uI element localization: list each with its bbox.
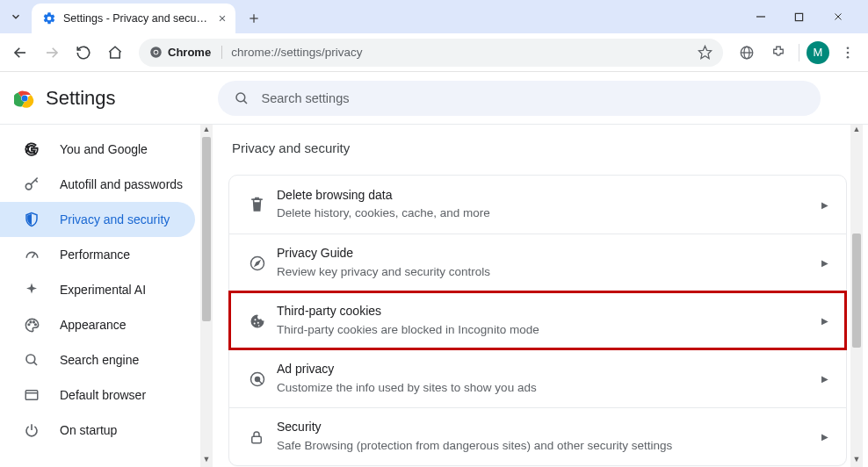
- privacy-card: Delete browsing data Delete history, coo…: [228, 175, 847, 466]
- sidebar-item-label: Appearance: [60, 318, 127, 332]
- svg-point-30: [34, 323, 36, 325]
- scroll-down-icon: ▼: [203, 455, 211, 467]
- chevron-right-icon: ▶: [821, 316, 828, 326]
- google-g-icon: [23, 141, 40, 157]
- search-settings-box[interactable]: [218, 81, 821, 116]
- sidebar-item-label: Autofill and passwords: [60, 177, 183, 191]
- chevron-right-icon: ▶: [821, 432, 828, 442]
- gear-icon: [42, 11, 56, 25]
- row-title: Third-party cookies: [277, 303, 821, 320]
- globe-button[interactable]: [734, 40, 760, 66]
- scroll-down-icon: ▼: [853, 455, 861, 467]
- svg-point-31: [26, 355, 35, 363]
- tab-title: Settings - Privacy and security: [63, 12, 211, 25]
- sidebar-item-label: Experimental AI: [60, 283, 146, 297]
- compass-icon: [249, 255, 277, 272]
- svg-point-18: [847, 51, 850, 54]
- sidebar-item-search-engine[interactable]: Search engine: [0, 342, 195, 377]
- row-security[interactable]: Security Safe Browsing (protection from …: [229, 407, 846, 465]
- ad-target-icon: [249, 370, 277, 388]
- sidebar-item-label: Performance: [60, 248, 130, 262]
- reload-button[interactable]: [70, 40, 97, 66]
- maximize-button[interactable]: [794, 12, 812, 22]
- site-chip-label: Chrome: [168, 46, 211, 59]
- settings-header: Settings: [0, 72, 868, 125]
- svg-point-19: [847, 55, 850, 58]
- search-settings-input[interactable]: [262, 91, 806, 105]
- row-subtitle: Review key privacy and security controls: [277, 264, 821, 281]
- sidebar-item-autofill[interactable]: Autofill and passwords: [0, 167, 195, 202]
- browser-tab[interactable]: Settings - Privacy and security: [32, 4, 235, 33]
- sidebar-item-label: On startup: [60, 423, 117, 437]
- svg-rect-44: [252, 436, 262, 443]
- svg-point-29: [33, 321, 34, 323]
- svg-point-25: [25, 183, 32, 190]
- close-window-button[interactable]: [833, 11, 850, 22]
- sidebar-item-appearance[interactable]: Appearance: [0, 307, 195, 342]
- new-tab-button[interactable]: [241, 5, 267, 32]
- page-title: Privacy and security: [228, 140, 847, 155]
- back-button[interactable]: [7, 40, 33, 66]
- forward-button[interactable]: [39, 40, 65, 66]
- sparkle-icon: [23, 282, 40, 298]
- svg-marker-13: [698, 46, 711, 58]
- svg-point-23: [236, 93, 245, 102]
- scroll-up-icon: ▲: [203, 125, 211, 137]
- power-icon: [23, 422, 40, 438]
- toolbar-separator: [799, 44, 799, 61]
- sidebar-item-privacy-security[interactable]: Privacy and security: [0, 202, 195, 237]
- main-scrollbar[interactable]: ▲ ▼: [850, 125, 863, 467]
- scroll-up-icon: ▲: [853, 125, 861, 137]
- row-subtitle: Third-party cookies are blocked in Incog…: [277, 322, 821, 339]
- row-subtitle: Safe Browsing (protection from dangerous…: [277, 438, 821, 455]
- extensions-button[interactable]: [765, 40, 792, 66]
- svg-point-38: [255, 319, 257, 320]
- site-chip[interactable]: Chrome: [149, 46, 222, 59]
- row-title: Security: [277, 419, 821, 436]
- lock-icon: [249, 429, 277, 445]
- svg-rect-5: [795, 13, 802, 20]
- svg-point-40: [257, 321, 259, 323]
- sidebar-item-you-and-google[interactable]: You and Google: [0, 132, 195, 167]
- chevron-right-icon: ▶: [821, 200, 828, 210]
- svg-line-24: [243, 100, 247, 104]
- close-tab-button[interactable]: [218, 14, 227, 23]
- search-icon: [23, 352, 40, 368]
- sidebar-item-label: Privacy and security: [60, 212, 170, 226]
- row-privacy-guide[interactable]: Privacy Guide Review key privacy and sec…: [229, 234, 846, 291]
- row-title: Privacy Guide: [277, 245, 821, 262]
- svg-marker-37: [256, 261, 260, 265]
- chrome-logo-icon: [14, 88, 35, 109]
- settings-main: Privacy and security Delete browsing dat…: [213, 125, 868, 467]
- svg-line-26: [32, 253, 34, 257]
- sidebar-item-performance[interactable]: Performance: [0, 237, 195, 272]
- settings-body: You and Google Autofill and passwords Pr…: [0, 125, 868, 467]
- address-bar[interactable]: Chrome chrome://settings/privacy: [139, 39, 723, 67]
- search-icon: [234, 90, 250, 106]
- scrollbar-thumb[interactable]: [202, 137, 211, 321]
- profile-avatar[interactable]: M: [807, 41, 829, 64]
- home-button[interactable]: [102, 40, 128, 66]
- sidebar-item-label: You and Google: [60, 142, 148, 156]
- sidebar-item-on-startup[interactable]: On startup: [0, 413, 195, 448]
- svg-line-32: [33, 362, 37, 365]
- chrome-mono-icon: [149, 46, 163, 59]
- cookie-icon: [249, 313, 277, 330]
- sidebar-item-default-browser[interactable]: Default browser: [0, 377, 195, 413]
- browser-icon: [23, 387, 40, 403]
- bookmark-button[interactable]: [698, 45, 712, 60]
- overflow-menu-button[interactable]: [835, 40, 861, 66]
- svg-rect-33: [25, 391, 38, 400]
- row-delete-browsing-data[interactable]: Delete browsing data Delete history, coo…: [229, 176, 846, 234]
- row-ad-privacy[interactable]: Ad privacy Customize the info used by si…: [229, 349, 846, 407]
- scrollbar-thumb[interactable]: [852, 234, 861, 348]
- chevron-right-icon: ▶: [821, 258, 828, 268]
- tab-search-button[interactable]: [0, 0, 32, 33]
- sidebar-scrollbar[interactable]: ▲ ▼: [200, 125, 213, 467]
- minimize-button[interactable]: [756, 11, 773, 22]
- chevron-right-icon: ▶: [821, 374, 828, 384]
- row-third-party-cookies[interactable]: Third-party cookies Third-party cookies …: [229, 291, 846, 349]
- window-controls: [756, 0, 864, 33]
- sidebar-item-experimental-ai[interactable]: Experimental AI: [0, 272, 195, 307]
- sidebar-item-label: Search engine: [60, 353, 139, 367]
